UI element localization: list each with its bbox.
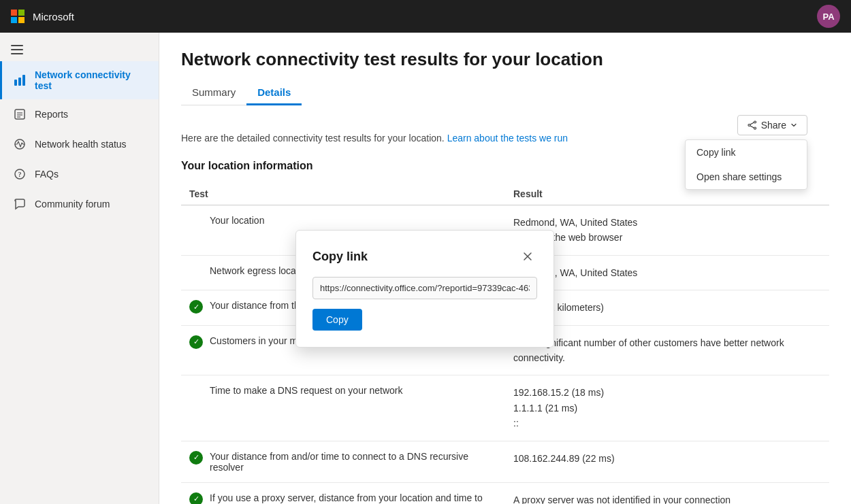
table-cell-result: 108.162.244.89 (22 ms): [505, 441, 829, 482]
main-content: Network connectivity test results for yo…: [159, 33, 851, 504]
result-text: 108.162.244.89 (22 ms): [513, 453, 615, 464]
result-text: A proxy server was not identified in you…: [513, 494, 730, 504]
result-text: Redmond, WA, United States: [513, 217, 637, 228]
svg-point-11: [748, 124, 750, 127]
learn-more-link[interactable]: Learn about the tests we run: [447, 133, 568, 144]
topbar: Microsoft PA: [0, 0, 851, 33]
hamburger-line-3: [11, 53, 23, 54]
modal-title: Copy link: [312, 250, 368, 264]
hamburger-icon: [11, 45, 23, 54]
chevron-down-icon: [790, 122, 797, 129]
share-button[interactable]: Share: [737, 115, 807, 135]
svg-line-13: [750, 122, 754, 124]
modal-close-button[interactable]: [518, 247, 537, 266]
table-row: ✓Your distance from and/or time to conne…: [181, 441, 829, 482]
sidebar-item-reports[interactable]: Reports: [0, 99, 159, 129]
share-area: Share Copy link Open share settings: [737, 115, 807, 135]
sidebar-item-faqs[interactable]: ? FAQs: [0, 159, 159, 189]
sidebar-label-faqs: FAQs: [35, 169, 59, 180]
table-cell-result: A proxy server was not identified in you…: [505, 482, 829, 504]
health-icon: [13, 137, 27, 151]
table-cell-result: 192.168.15.2 (18 ms)1.1.1.1 (21 ms)::: [505, 375, 829, 441]
sidebar-label-reports: Reports: [35, 109, 68, 120]
logo-square-1: [11, 10, 17, 16]
layout: Network connectivity test Reports: [0, 33, 851, 504]
tabs: Summary Details: [181, 81, 302, 105]
share-button-label: Share: [761, 120, 786, 131]
result-text: 192.168.15.2 (18 ms): [513, 387, 604, 398]
microsoft-logo: [11, 10, 25, 23]
faq-icon: ?: [13, 167, 27, 181]
test-label: Your distance from and/or time to connec…: [210, 451, 497, 473]
svg-rect-2: [22, 75, 25, 86]
topbar-left: Microsoft: [11, 10, 74, 23]
logo-square-3: [11, 17, 17, 23]
description-text: Here are the detailed connectivity test …: [181, 133, 445, 144]
svg-rect-3: [15, 110, 25, 119]
table-cell-test: ✓If you use a proxy server, distance fro…: [181, 482, 505, 504]
logo-square-4: [18, 17, 25, 23]
table-cell-test: Time to make a DNS request on your netwo…: [181, 375, 505, 441]
svg-point-10: [754, 121, 756, 123]
status-check-icon: ✓: [189, 335, 203, 349]
table-cell-test: ✓Your distance from and/or time to conne…: [181, 441, 505, 482]
svg-text:?: ?: [18, 171, 22, 178]
hamburger-menu[interactable]: [0, 38, 159, 61]
result-text: ::: [513, 418, 519, 429]
modal-header: Copy link: [312, 247, 537, 266]
share-dropdown-copy-link[interactable]: Copy link: [686, 140, 807, 165]
page-title: Network connectivity test results for yo…: [181, 49, 829, 70]
status-check-icon: ✓: [189, 300, 203, 314]
status-check-icon: ✓: [189, 492, 203, 504]
test-label: Your location: [210, 215, 264, 226]
sidebar-label-network-health-status: Network health status: [35, 139, 127, 150]
network-icon: [13, 73, 27, 87]
svg-point-12: [754, 127, 756, 129]
tab-details[interactable]: Details: [246, 81, 302, 105]
copy-link-modal: Copy link Copy: [295, 230, 554, 348]
table-row: Time to make a DNS request on your netwo…: [181, 375, 829, 441]
sidebar: Network connectivity test Reports: [0, 33, 159, 504]
svg-line-14: [750, 126, 754, 128]
hamburger-line-2: [11, 49, 23, 50]
sidebar-item-network-health-status[interactable]: Network health status: [0, 129, 159, 159]
hamburger-line-1: [11, 45, 23, 46]
forum-icon: [13, 197, 27, 211]
sidebar-label-community-forum: Community forum: [35, 199, 110, 209]
col-header-test: Test: [181, 183, 505, 205]
logo-square-2: [18, 10, 25, 16]
sidebar-label-network-connectivity-test: Network connectivity test: [35, 69, 148, 91]
close-icon: [523, 252, 532, 261]
tab-summary[interactable]: Summary: [181, 81, 246, 105]
url-input[interactable]: [312, 277, 537, 299]
table-row: ✓If you use a proxy server, distance fro…: [181, 482, 829, 504]
result-text: 1.1.1.1 (21 ms): [513, 403, 577, 414]
test-label: If you use a proxy server, distance from…: [210, 492, 497, 504]
sidebar-item-network-connectivity-test[interactable]: Network connectivity test: [0, 61, 159, 99]
share-icon: [748, 120, 757, 130]
status-check-icon: ✓: [189, 451, 203, 465]
svg-rect-1: [18, 78, 21, 86]
share-dropdown-open-share-settings[interactable]: Open share settings: [686, 165, 807, 189]
reports-icon: [13, 107, 27, 121]
copy-button[interactable]: Copy: [312, 309, 362, 331]
user-avatar[interactable]: PA: [817, 5, 840, 28]
topbar-title: Microsoft: [33, 11, 74, 22]
sidebar-item-community-forum[interactable]: Community forum: [0, 189, 159, 219]
svg-rect-0: [14, 80, 17, 86]
share-dropdown: Copy link Open share settings: [685, 139, 807, 190]
test-label: Time to make a DNS request on your netwo…: [210, 385, 403, 396]
